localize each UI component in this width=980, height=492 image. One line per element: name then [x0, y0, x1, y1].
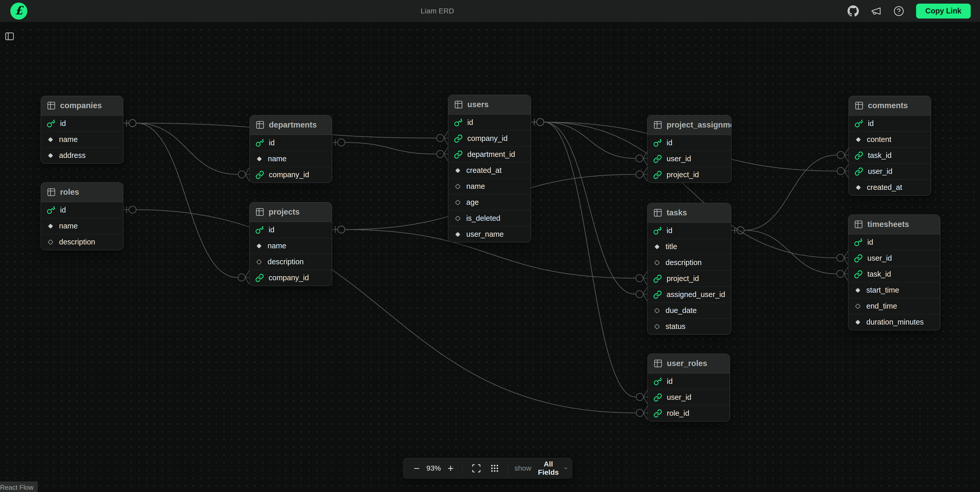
field-row-users-age[interactable]: age [448, 194, 531, 210]
diamond-filled-icon [454, 167, 461, 175]
field-row-tasks-due_date[interactable]: due_date [648, 302, 731, 318]
field-row-users-created_at[interactable]: created_at [448, 162, 531, 178]
zoom-out-button[interactable]: − [411, 463, 422, 473]
fit-view-button[interactable] [469, 463, 484, 473]
table-node-comments[interactable]: commentsidcontenttask_iduser_idcreated_a… [848, 96, 931, 195]
table-node-departments[interactable]: departmentsidnamecompany_id [250, 115, 332, 183]
field-row-timesheets-id[interactable]: id [848, 234, 940, 250]
field-row-tasks-status[interactable]: status [648, 318, 731, 334]
field-row-tasks-assigned_user_id[interactable]: assigned_user_id [648, 286, 731, 302]
table-header-projects[interactable]: projects [250, 203, 332, 222]
relationship-edge-users-tasks[interactable] [531, 119, 647, 301]
relationship-edge-companies-departments[interactable] [124, 119, 250, 181]
table-header-companies[interactable]: companies [41, 96, 123, 116]
relationship-edge-tasks-timesheets[interactable] [732, 227, 848, 281]
relationship-edge-layer [0, 0, 980, 492]
field-row-users-user_name[interactable]: user_name [448, 226, 531, 242]
field-row-comments-content[interactable]: content [849, 132, 931, 148]
field-row-roles-id[interactable]: id [41, 202, 123, 218]
field-row-projects-name[interactable]: name [250, 238, 332, 254]
tidy-up-button[interactable] [487, 463, 502, 473]
table-node-projects[interactable]: projectsidnamedescriptioncompany_id [249, 202, 332, 286]
field-row-roles-description[interactable]: description [41, 234, 123, 250]
table-node-timesheets[interactable]: timesheetsiduser_idtask_idstart_timeend_… [848, 214, 940, 330]
relationship-edge-companies-projects[interactable] [124, 119, 249, 284]
announcements-button[interactable] [871, 6, 881, 16]
table-node-users[interactable]: usersidcompany_iddepartment_idcreated_at… [448, 95, 531, 243]
field-row-comments-task_id[interactable]: task_id [849, 148, 931, 163]
table-name: departments [269, 120, 317, 130]
field-name: description [59, 238, 95, 246]
copy-link-button[interactable]: Copy Link [916, 3, 971, 19]
foreign-key-link-icon [255, 273, 264, 283]
field-row-users-department_id[interactable]: department_id [448, 146, 531, 162]
field-row-timesheets-duration_minutes[interactable]: duration_minutes [848, 314, 940, 330]
field-row-timesheets-user_id[interactable]: user_id [848, 250, 940, 266]
field-row-project_assignments-user_id[interactable]: user_id [648, 151, 731, 167]
field-row-companies-address[interactable]: address [41, 148, 123, 163]
table-node-tasks[interactable]: tasksidtitledescriptionproject_idassigne… [647, 203, 731, 335]
field-name: department_id [467, 150, 515, 159]
field-row-tasks-description[interactable]: description [648, 254, 731, 270]
field-row-departments-id[interactable]: id [250, 135, 332, 151]
table-node-companies[interactable]: companiesidnameaddress [41, 96, 123, 163]
diamond-outline-icon [854, 302, 862, 310]
table-header-project_assignments[interactable]: project_assignme... [648, 116, 731, 135]
field-row-projects-description[interactable]: description [250, 254, 332, 270]
sidebar-toggle-button[interactable] [3, 31, 16, 42]
field-row-users-name[interactable]: name [448, 178, 531, 194]
fields-filter-dropdown[interactable]: All Fields [537, 460, 568, 476]
field-row-projects-company_id[interactable]: company_id [250, 270, 332, 286]
relationship-edge-users-project_assignments[interactable] [531, 119, 647, 165]
field-row-comments-created_at[interactable]: created_at [849, 179, 931, 195]
help-button[interactable] [893, 6, 904, 16]
field-row-roles-name[interactable]: name [41, 218, 123, 234]
field-name: id [667, 138, 673, 147]
field-row-departments-name[interactable]: name [250, 151, 332, 167]
relationship-edge-tasks-comments[interactable] [732, 148, 848, 234]
field-row-companies-name[interactable]: name [41, 132, 123, 148]
field-row-users-company_id[interactable]: company_id [448, 130, 531, 146]
relationship-edge-users-user_roles[interactable] [531, 119, 648, 404]
field-row-user_roles-id[interactable]: id [648, 373, 730, 389]
field-name: id [269, 138, 275, 147]
field-row-users-id[interactable]: id [448, 114, 531, 130]
field-row-project_assignments-project_id[interactable]: project_id [648, 167, 731, 183]
field-row-comments-user_id[interactable]: user_id [849, 163, 931, 179]
field-row-tasks-project_id[interactable]: project_id [648, 270, 731, 286]
field-name: description [665, 259, 702, 267]
field-row-departments-company_id[interactable]: company_id [250, 167, 332, 183]
table-node-project_assignments[interactable]: project_assignme...iduser_idproject_id [647, 115, 732, 183]
table-header-timesheets[interactable]: timesheets [848, 215, 940, 234]
field-row-comments-id[interactable]: id [849, 116, 931, 132]
field-row-timesheets-task_id[interactable]: task_id [848, 266, 940, 282]
field-row-timesheets-end_time[interactable]: end_time [848, 298, 940, 314]
field-row-user_roles-role_id[interactable]: role_id [648, 405, 730, 421]
relationship-edge-roles-user_roles[interactable] [124, 206, 648, 420]
foreign-key-link-icon [854, 167, 863, 176]
github-button[interactable] [848, 5, 859, 17]
field-row-tasks-id[interactable]: id [648, 222, 731, 238]
field-name: created_at [867, 183, 902, 192]
field-row-timesheets-start_time[interactable]: start_time [848, 282, 940, 298]
field-row-tasks-title[interactable]: title [648, 238, 731, 254]
table-header-comments[interactable]: comments [849, 96, 931, 116]
table-header-departments[interactable]: departments [250, 116, 332, 135]
field-row-user_roles-user_id[interactable]: user_id [648, 389, 730, 405]
table-header-tasks[interactable]: tasks [648, 203, 731, 222]
diamond-filled-icon [255, 155, 263, 163]
relationship-edge-departments-users[interactable] [332, 139, 448, 161]
table-node-roles[interactable]: rolesidnamedescription [41, 183, 123, 250]
table-header-users[interactable]: users [448, 95, 531, 114]
table-header-user_roles[interactable]: user_roles [648, 354, 730, 373]
field-name: name [59, 135, 78, 144]
zoom-in-button[interactable]: + [445, 463, 456, 473]
liam-logo[interactable]: £ [10, 3, 27, 19]
table-node-user_roles[interactable]: user_rolesiduser_idrole_id [648, 354, 730, 421]
field-row-users-is_deleted[interactable]: is_deleted [448, 210, 531, 226]
field-row-projects-id[interactable]: id [250, 222, 332, 238]
field-row-project_assignments-id[interactable]: id [648, 135, 731, 151]
field-row-companies-id[interactable]: id [41, 116, 123, 132]
react-flow-attribution[interactable]: React Flow [0, 481, 38, 492]
table-header-roles[interactable]: roles [41, 183, 123, 202]
